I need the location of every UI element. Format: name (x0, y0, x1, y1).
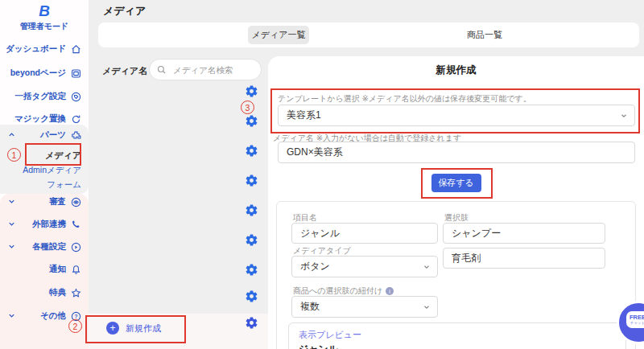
media-name-input[interactable] (287, 147, 626, 158)
chevron-down-icon (7, 220, 16, 228)
item-name-input[interactable] (300, 228, 429, 239)
question-circle-icon: ? (70, 310, 81, 322)
brand[interactable]: B 管理者モード (0, 3, 89, 32)
row-settings-gear-icon[interactable] (245, 203, 258, 217)
brand-logo-icon: B (0, 3, 89, 19)
page-icon (70, 68, 81, 79)
sidebar-section-label: その他 (40, 310, 66, 322)
row-settings-gear-icon[interactable] (245, 144, 258, 158)
plus-circle-icon: + (106, 322, 119, 335)
create-new-button[interactable]: + 新規作成 (106, 322, 161, 335)
media-name-search (149, 59, 262, 80)
chat-line1: FREE (630, 314, 644, 321)
sidebar-group-label: パーツ (40, 129, 66, 141)
sidebar-section-label: 特典 (49, 287, 66, 298)
sidebar-item-label: Adminメディア (23, 165, 81, 176)
choices-label: 選択肢 (444, 212, 469, 224)
sidebar-section-rewards[interactable]: 特典 (0, 285, 89, 300)
sidebar-section-label: 審査 (49, 196, 66, 207)
chat-bubble-icon: FREE チャット (626, 311, 644, 328)
chat-line2: チャット (630, 322, 644, 326)
info-icon: i (386, 287, 394, 295)
template-select-value: 美容系1 (287, 109, 321, 122)
search-input[interactable] (171, 64, 252, 76)
row-settings-gear-icon[interactable] (245, 233, 258, 247)
eye-icon (70, 196, 81, 207)
sidebar-item-media[interactable]: メディア (0, 148, 89, 162)
tag-circle-icon (70, 91, 81, 102)
app-screen: B 管理者モード ダッシュボード beyondページ 一括タグ設定 マジック置換 (0, 0, 644, 349)
sidebar: B 管理者モード ダッシュボード beyondページ 一括タグ設定 マジック置換 (0, 0, 89, 349)
item-name-field (291, 223, 438, 244)
media-name-filter-label: メディア名 (102, 65, 147, 77)
template-select[interactable]: 美容系1 (278, 105, 635, 126)
bell-icon (70, 264, 81, 275)
sidebar-item-form[interactable]: フォーム (0, 178, 89, 192)
tab-bar: メディア一覧 商品一覧 (98, 23, 639, 47)
media-type-label: メディアタイプ (293, 245, 351, 257)
sidebar-item-admin-media[interactable]: Adminメディア (0, 163, 89, 178)
media-type-value: ボタン (300, 260, 330, 273)
puzzle-icon (70, 129, 81, 141)
row-settings-gear-icon[interactable] (245, 289, 258, 303)
form-panel-title: 新規作成 (268, 64, 644, 77)
item-name-label: 項目名 (293, 212, 317, 224)
display-preview-label: 表示プレビュー (299, 329, 361, 341)
sidebar-item-label: 一括タグ設定 (15, 91, 67, 102)
chevron-down-icon (423, 263, 431, 271)
sidebar-section-label: 各種設定 (32, 241, 66, 253)
product-binding-select[interactable]: 複数 (291, 296, 438, 318)
sidebar-item-beyond-page[interactable]: beyondページ (0, 66, 89, 80)
chevron-down-icon (423, 303, 431, 311)
row-settings-gear-icon[interactable] (245, 114, 258, 128)
sidebar-item-bulk-tag[interactable]: 一括タグ設定 (0, 89, 89, 104)
home-icon (70, 43, 81, 55)
sidebar-section-others[interactable]: その他 ? (0, 309, 89, 323)
display-preview-box: 表示プレビュー ジャンル (288, 322, 626, 349)
sidebar-item-dashboard[interactable]: ダッシュボード (0, 42, 89, 56)
display-preview-item: ジャンル (299, 343, 338, 349)
sidebar-item-label: マジック置換 (14, 113, 66, 125)
row-settings-gear-icon[interactable] (245, 316, 258, 330)
sidebar-item-label: メディア (45, 150, 81, 162)
sidebar-item-label: フォーム (47, 179, 81, 191)
chevron-up-icon (7, 130, 16, 139)
product-binding-value: 複数 (300, 300, 320, 314)
search-icon (157, 65, 167, 75)
chevron-down-icon (7, 197, 16, 206)
choice-field-1 (443, 223, 605, 244)
create-form-panel: 新規作成 テンプレートから選択 ※メディア名以外の値は保存後変更可能です。 美容… (268, 56, 644, 349)
sidebar-section-label: 通知 (49, 264, 66, 275)
sidebar-group-parts[interactable]: パーツ (0, 128, 89, 142)
row-settings-gear-icon[interactable] (245, 174, 258, 187)
sidebar-section-external[interactable]: 外部連携 (0, 217, 89, 232)
chevron-down-icon (7, 242, 16, 251)
row-settings-gear-icon[interactable] (245, 84, 258, 98)
row-settings-gear-icon[interactable] (245, 263, 258, 277)
svg-text:?: ? (74, 313, 77, 318)
media-type-select[interactable]: ボタン (291, 256, 438, 277)
sidebar-section-notifications[interactable]: 通知 (0, 262, 89, 277)
sidebar-item-label: beyondページ (10, 68, 66, 79)
choice-input-1[interactable] (452, 228, 597, 239)
product-binding-label: 商品への選択肢の紐付けi (293, 285, 394, 297)
chevron-down-icon (620, 112, 628, 120)
chevron-down-icon (7, 311, 16, 320)
choice-input-2[interactable] (452, 253, 597, 264)
play-circle-icon (70, 241, 81, 253)
save-button[interactable]: 保存する (431, 174, 481, 192)
tab-product-list[interactable]: 商品一覧 (444, 26, 525, 44)
sidebar-section-label: 外部連携 (32, 219, 66, 230)
phone-icon (70, 219, 81, 230)
sidebar-item-label: ダッシュボード (6, 43, 66, 55)
sidebar-section-review[interactable]: 審査 (0, 195, 89, 209)
admin-mode-label: 管理者モード (0, 21, 89, 32)
sidebar-section-settings[interactable]: 各種設定 (0, 240, 89, 254)
refresh-icon (70, 113, 81, 125)
choice-field-2 (443, 248, 605, 269)
media-name-field (278, 142, 635, 163)
star-icon (70, 287, 81, 298)
page-title: メディア (103, 4, 146, 18)
template-select-label: テンプレートから選択 ※メディア名以外の値は保存後変更可能です。 (278, 93, 531, 105)
tab-media-list[interactable]: メディア一覧 (248, 26, 309, 44)
